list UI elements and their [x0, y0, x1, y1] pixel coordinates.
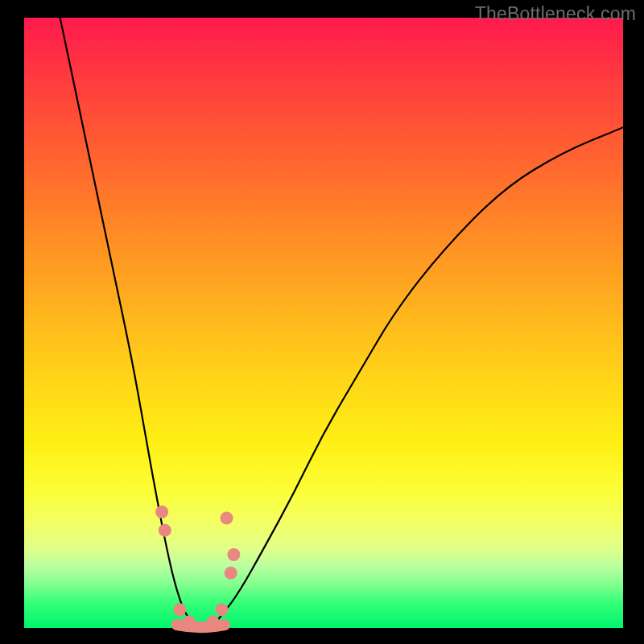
bottleneck-curve: [60, 18, 623, 628]
marker-valley-right-2: [216, 603, 229, 616]
marker-left-cluster-1: [155, 506, 168, 518]
chart-frame: TheBottleneck.com: [0, 0, 644, 644]
plot-area: [24, 18, 623, 628]
marker-valley-left-1: [173, 603, 186, 616]
marker-right-cluster-2: [227, 548, 240, 561]
marker-group: [155, 506, 240, 628]
curve-layer: [24, 18, 623, 628]
marker-right-cluster-1: [225, 567, 237, 580]
marker-right-cluster-3: [221, 512, 233, 525]
valley-smear: [177, 625, 225, 627]
marker-left-cluster-2: [159, 524, 171, 537]
watermark-text: TheBottleneck.com: [475, 3, 636, 25]
